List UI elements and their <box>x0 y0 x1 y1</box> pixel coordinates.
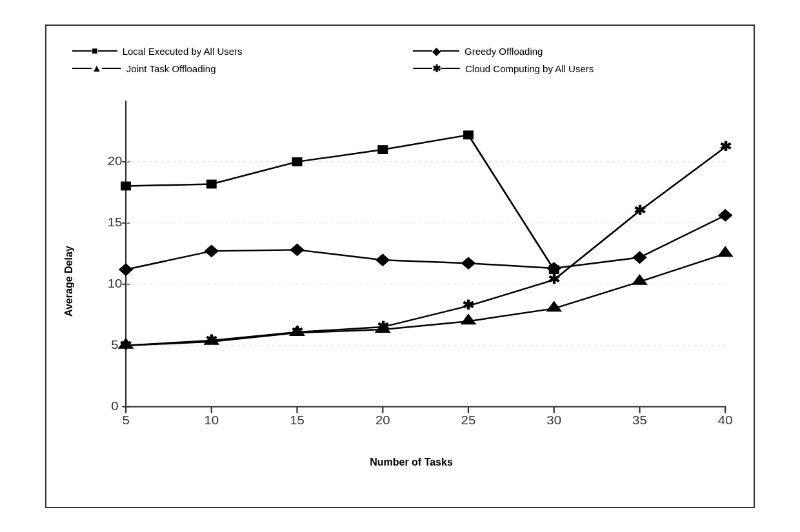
marker-greedy-7 <box>718 209 733 222</box>
marker-local-2 <box>292 157 303 166</box>
chart-inner: 0 5 10 15 20 <box>82 94 741 468</box>
chart-container: ■ Local Executed by All Users ◆ Greedy O… <box>45 25 755 508</box>
marker-greedy-2 <box>290 243 305 256</box>
marker-cloud-7: ✱ <box>719 139 732 153</box>
svg-text:25: 25 <box>461 414 476 427</box>
marker-local-1 <box>206 179 217 188</box>
legend-item-cloud: ✱ Cloud Computing by All Users <box>413 63 728 75</box>
legend-marker-greedy: ◆ <box>432 45 440 57</box>
legend-item-greedy: ◆ Greedy Offloading <box>413 45 728 57</box>
marker-joint-4 <box>461 313 477 324</box>
svg-text:40: 40 <box>718 414 733 427</box>
legend-marker-local: ■ <box>92 45 98 57</box>
chart-svg: 0 5 10 15 20 <box>82 94 741 451</box>
x-axis-label: Number of Tasks <box>82 457 741 468</box>
line-joint <box>126 253 725 345</box>
marker-greedy-4 <box>461 257 476 270</box>
chart-area: Average Delay 0 5 10 <box>59 94 741 468</box>
marker-cloud-0: ✱ <box>119 338 132 352</box>
marker-greedy-0 <box>119 263 134 276</box>
marker-local-3 <box>377 145 388 154</box>
legend-marker-joint: ▲ <box>92 63 102 74</box>
legend-item-joint: ▲ Joint Task Offloading <box>72 63 387 75</box>
marker-cloud-1: ✱ <box>205 333 217 347</box>
marker-greedy-3 <box>375 253 390 266</box>
svg-text:10: 10 <box>204 414 219 427</box>
y-axis-label: Average Delay <box>59 94 79 468</box>
marker-joint-7 <box>717 246 734 257</box>
svg-text:35: 35 <box>632 414 647 427</box>
legend-label-joint: Joint Task Offloading <box>126 63 216 74</box>
marker-local-0 <box>121 181 131 190</box>
marker-greedy-1 <box>204 244 219 257</box>
line-cloud <box>126 147 725 346</box>
legend-marker-cloud: ✱ <box>432 63 441 75</box>
marker-cloud-5: ✱ <box>548 272 560 286</box>
svg-text:5: 5 <box>122 414 129 427</box>
line-greedy <box>126 215 725 269</box>
svg-text:5: 5 <box>111 338 118 351</box>
marker-cloud-6: ✱ <box>634 203 646 217</box>
line-local <box>126 135 554 270</box>
chart-legend: ■ Local Executed by All Users ◆ Greedy O… <box>59 39 741 81</box>
svg-text:20: 20 <box>108 155 123 168</box>
marker-local-4 <box>463 130 474 139</box>
svg-text:0: 0 <box>111 399 118 412</box>
legend-item-local: ■ Local Executed by All Users <box>72 45 387 57</box>
legend-label-cloud: Cloud Computing by All Users <box>465 63 594 74</box>
svg-text:20: 20 <box>375 414 390 427</box>
svg-text:30: 30 <box>546 414 561 427</box>
legend-label-local: Local Executed by All Users <box>123 46 243 57</box>
marker-cloud-3: ✱ <box>377 319 389 333</box>
legend-label-greedy: Greedy Offloading <box>465 46 543 57</box>
svg-text:15: 15 <box>108 215 123 228</box>
svg-text:15: 15 <box>290 414 305 427</box>
marker-cloud-2: ✱ <box>291 324 303 339</box>
svg-text:10: 10 <box>108 277 123 290</box>
marker-cloud-4: ✱ <box>462 298 474 312</box>
marker-greedy-6 <box>632 251 647 264</box>
